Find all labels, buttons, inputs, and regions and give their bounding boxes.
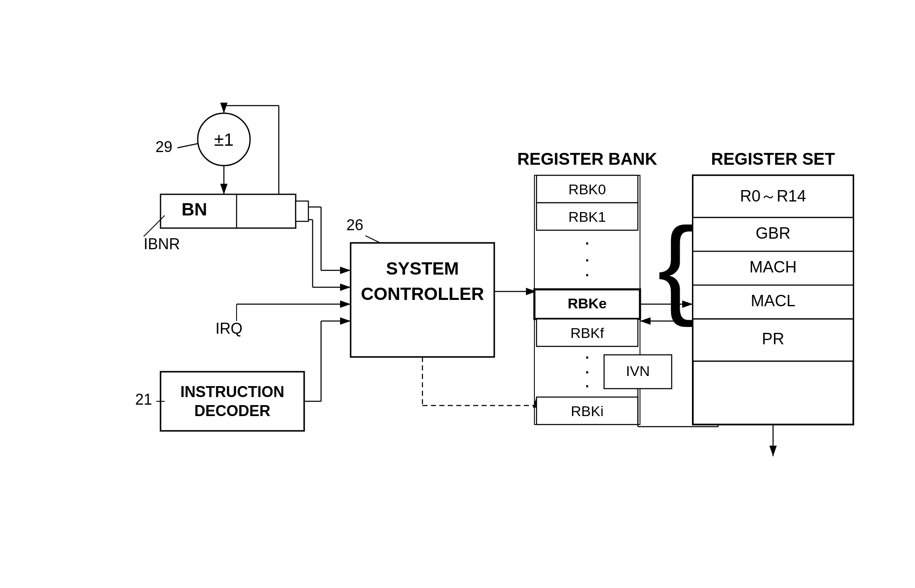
left-brace: {	[658, 205, 694, 328]
system-controller-label2: CONTROLLER	[361, 284, 484, 304]
dots6: ·	[584, 374, 590, 396]
gbr-label: GBR	[756, 224, 790, 242]
ivn-label: IVN	[626, 363, 650, 379]
rbke-label: RBKe	[568, 295, 607, 311]
ref-21-label: 21	[135, 391, 152, 408]
svg-rect-8	[296, 201, 308, 221]
svg-rect-6	[161, 194, 296, 228]
rbki-label: RBKi	[571, 403, 603, 419]
instruction-decoder-label2: DECODER	[194, 402, 270, 419]
macl-label: MACL	[751, 292, 795, 310]
instruction-decoder-label: INSTRUCTION	[180, 383, 284, 400]
rbk1-label: RBK1	[569, 209, 606, 225]
svg-rect-24	[161, 372, 304, 431]
svg-line-18	[365, 236, 380, 243]
dots3: ·	[584, 263, 590, 285]
ibnr-label: IBNR	[144, 235, 180, 253]
rbkf-label: RBKf	[570, 325, 604, 341]
diagram-container: ±1 29 BN IBNR	[0, 0, 915, 588]
register-bank-label: REGISTER BANK	[517, 150, 657, 168]
register-set-label: REGISTER SET	[711, 150, 835, 168]
bn-label: BN	[182, 199, 207, 219]
mach-label: MACH	[749, 258, 797, 276]
irq-label: IRQ	[215, 320, 242, 337]
system-controller-label: SYSTEM	[386, 259, 459, 278]
ref-29-label: 29	[155, 138, 172, 155]
rbk0-label: RBK0	[569, 181, 606, 197]
plus-minus-label: ±1	[214, 130, 234, 150]
pr-label: PR	[762, 330, 784, 348]
ref-26-label: 26	[346, 216, 363, 234]
r0-r14-label: R0～R14	[740, 187, 806, 205]
svg-line-1	[177, 144, 198, 148]
